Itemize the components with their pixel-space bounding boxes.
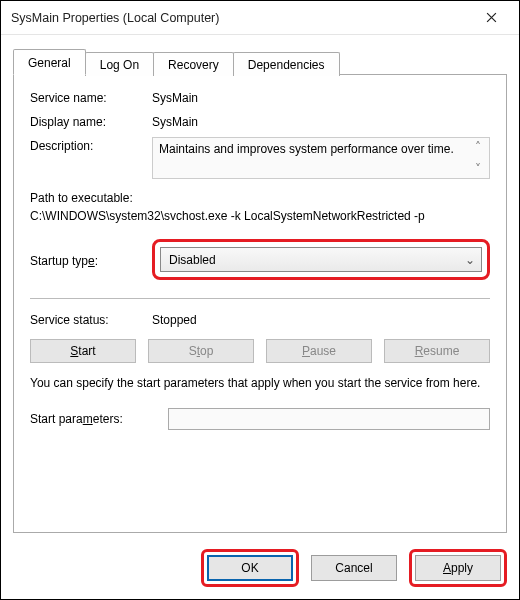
stop-button: Stop bbox=[148, 339, 254, 363]
service-name-value: SysMain bbox=[152, 89, 490, 105]
row-description: Description: Maintains and improves syst… bbox=[30, 137, 490, 179]
service-control-buttons: Start Stop Pause Resume bbox=[30, 339, 490, 363]
path-block: Path to executable: C:\WINDOWS\system32\… bbox=[30, 189, 490, 225]
window-title: SysMain Properties (Local Computer) bbox=[11, 11, 469, 25]
description-text: Maintains and improves system performanc… bbox=[159, 142, 454, 156]
row-display-name: Display name: SysMain bbox=[30, 113, 490, 129]
service-name-label: Service name: bbox=[30, 89, 152, 105]
description-scrollbar[interactable]: ˄ ˅ bbox=[471, 140, 487, 176]
display-name-label: Display name: bbox=[30, 113, 152, 129]
title-bar: SysMain Properties (Local Computer) bbox=[1, 1, 519, 35]
chevron-down-icon: ⌄ bbox=[465, 253, 475, 267]
dialog-footer: OK Cancel Apply bbox=[1, 539, 519, 599]
display-name-value: SysMain bbox=[152, 113, 490, 129]
help-text: You can specify the start parameters tha… bbox=[30, 375, 490, 392]
tab-panel-general: Service name: SysMain Display name: SysM… bbox=[13, 75, 507, 533]
row-service-status: Service status: Stopped bbox=[30, 311, 490, 327]
path-value: C:\WINDOWS\system32\svchost.exe -k Local… bbox=[30, 207, 490, 225]
scroll-up-icon[interactable]: ˄ bbox=[471, 140, 485, 154]
ok-highlight: OK bbox=[201, 549, 299, 587]
tab-general[interactable]: General bbox=[13, 49, 86, 75]
start-parameters-input[interactable] bbox=[168, 408, 490, 430]
startup-type-value: Disabled bbox=[169, 253, 216, 267]
description-label: Description: bbox=[30, 137, 152, 153]
close-button[interactable] bbox=[469, 1, 513, 34]
row-start-parameters: Start parameters: bbox=[30, 408, 490, 430]
service-status-value: Stopped bbox=[152, 311, 490, 327]
apply-button[interactable]: Apply bbox=[415, 555, 501, 581]
dialog-content: General Log On Recovery Dependencies Ser… bbox=[1, 35, 519, 539]
start-button[interactable]: Start bbox=[30, 339, 136, 363]
scroll-down-icon[interactable]: ˅ bbox=[471, 162, 485, 176]
service-status-label: Service status: bbox=[30, 311, 152, 327]
tab-strip: General Log On Recovery Dependencies bbox=[13, 49, 507, 75]
description-box: Maintains and improves system performanc… bbox=[152, 137, 490, 179]
close-icon bbox=[486, 12, 497, 23]
tab-dependencies[interactable]: Dependencies bbox=[233, 52, 340, 76]
ok-button[interactable]: OK bbox=[207, 555, 293, 581]
divider bbox=[30, 298, 490, 299]
apply-highlight: Apply bbox=[409, 549, 507, 587]
path-label: Path to executable: bbox=[30, 189, 490, 207]
startup-type-label: Startup type: bbox=[30, 252, 152, 268]
startup-type-highlight: Disabled ⌄ bbox=[152, 239, 490, 280]
tab-recovery[interactable]: Recovery bbox=[153, 52, 234, 76]
tab-logon[interactable]: Log On bbox=[85, 52, 154, 76]
resume-button: Resume bbox=[384, 339, 490, 363]
cancel-button[interactable]: Cancel bbox=[311, 555, 397, 581]
row-service-name: Service name: SysMain bbox=[30, 89, 490, 105]
start-parameters-label: Start parameters: bbox=[30, 412, 158, 426]
tab-spacer bbox=[340, 74, 508, 75]
startup-type-select[interactable]: Disabled ⌄ bbox=[160, 247, 482, 272]
row-startup-type: Startup type: Disabled ⌄ bbox=[30, 239, 490, 280]
pause-button: Pause bbox=[266, 339, 372, 363]
